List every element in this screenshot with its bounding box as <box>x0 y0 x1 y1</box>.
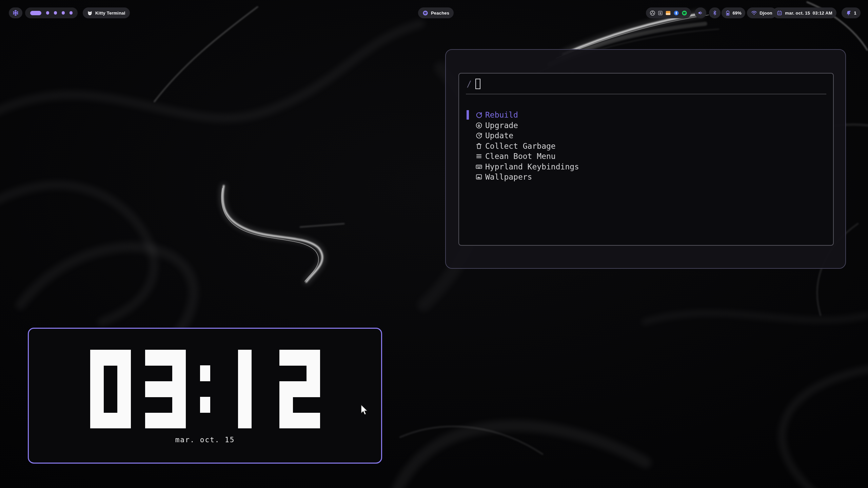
datetime-pill[interactable]: mar. oct. 15 03:12 AM <box>773 7 836 18</box>
wifi-icon <box>751 10 757 16</box>
spotify-tray-icon[interactable] <box>682 10 687 16</box>
launcher-item-clean-boot-menu[interactable]: Clean Boot Menu <box>459 151 833 162</box>
workspace-dot[interactable] <box>54 11 57 15</box>
notification-count: 1 <box>854 11 856 16</box>
image-icon <box>475 174 482 181</box>
notifications-pill[interactable]: 1 <box>842 7 861 18</box>
bluetooth-applet-icon[interactable] <box>673 10 679 16</box>
launcher-item-collect-garbage[interactable]: Collect Garbage <box>459 141 833 151</box>
rebuild-refresh-icon <box>475 111 482 119</box>
launcher-item-label: Wallpapers <box>485 172 532 182</box>
system-tray <box>646 7 691 18</box>
keyboard-icon <box>475 163 482 170</box>
workspaces-indicator <box>25 7 78 18</box>
launcher-item-label: Rebuild <box>485 110 518 120</box>
cat-icon <box>87 10 93 16</box>
desktop: Kitty Terminal Peaches <box>0 0 868 488</box>
mouse-cursor-icon <box>360 404 369 416</box>
bluetooth-pill[interactable] <box>709 7 721 18</box>
media-player-pill[interactable]: Peaches <box>418 7 454 18</box>
launcher-search[interactable]: / <box>459 74 833 94</box>
selection-indicator <box>467 110 469 120</box>
battery-icon <box>725 10 730 16</box>
keepass-icon[interactable] <box>658 11 663 16</box>
launcher-item-list: Rebuild Upgrade <box>459 110 833 182</box>
launcher-item-rebuild[interactable]: Rebuild <box>459 110 833 120</box>
media-track-label: Peaches <box>431 11 449 16</box>
workspace-dot[interactable] <box>70 11 73 15</box>
calendar-icon <box>777 10 782 16</box>
clock-widget: mar. oct. 15 <box>28 328 382 464</box>
clock-date: mar. oct. 15 <box>29 436 381 444</box>
clock-digits <box>29 350 381 428</box>
speaker-icon <box>697 10 704 16</box>
focused-window-pill[interactable]: Kitty Terminal <box>83 7 130 18</box>
menu-list-icon <box>475 153 482 160</box>
launcher-item-label: Clean Boot Menu <box>485 151 556 162</box>
launcher-item-hyprland-keybindings[interactable]: Hyprland Keybindings <box>459 162 833 172</box>
workspace-dot[interactable] <box>46 11 50 15</box>
launcher-inner-box: / Rebuild <box>458 73 834 246</box>
workspace-dot[interactable] <box>62 11 65 15</box>
volume-pill[interactable] <box>695 7 706 18</box>
text-cursor <box>475 79 480 89</box>
search-separator <box>466 94 826 94</box>
datetime-label: mar. oct. 15 03:12 AM <box>785 11 832 16</box>
launcher-panel: / Rebuild <box>445 49 846 269</box>
obs-icon[interactable] <box>650 10 655 16</box>
network-pill[interactable]: Djoon <box>747 7 776 18</box>
files-icon[interactable] <box>665 10 671 16</box>
nix-snowflake-icon <box>12 9 19 16</box>
battery-percent: 69% <box>732 11 742 16</box>
bell-icon <box>846 10 851 16</box>
launcher-item-wallpapers[interactable]: Wallpapers <box>459 172 833 182</box>
trash-icon <box>475 142 482 149</box>
network-ssid: Djoon <box>760 11 772 16</box>
focused-window-title: Kitty Terminal <box>95 11 125 16</box>
launcher-item-label: Upgrade <box>485 120 518 131</box>
nix-launcher-button[interactable] <box>9 7 22 18</box>
launcher-item-upgrade[interactable]: Upgrade <box>459 120 833 131</box>
launcher-item-label: Collect Garbage <box>485 141 556 151</box>
battery-pill[interactable]: 69% <box>722 7 745 18</box>
search-prefix: / <box>467 79 472 89</box>
launcher-item-update[interactable]: Update <box>459 130 833 141</box>
upgrade-download-icon <box>475 122 482 129</box>
spotify-icon <box>422 10 428 16</box>
bluetooth-icon <box>712 10 717 16</box>
workspace-active[interactable] <box>30 11 41 15</box>
launcher-item-label: Hyprland Keybindings <box>485 162 579 172</box>
launcher-item-label: Update <box>485 130 513 141</box>
update-history-icon <box>475 132 482 139</box>
